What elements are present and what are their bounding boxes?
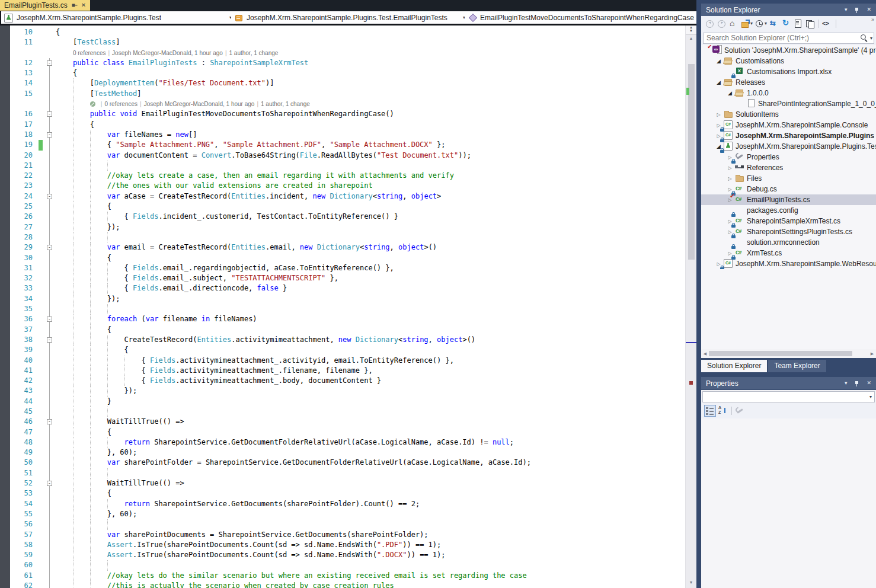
expand-icon[interactable]: ▷ [726,176,734,181]
window-menu-icon[interactable]: ▾ [845,377,848,389]
code-text[interactable]: { [56,27,685,37]
collapse-region-icon[interactable]: - [47,317,52,322]
switch-views-button[interactable]: ▾ [740,18,753,29]
tree-item-xrmtest-cs[interactable]: ▷XrmTest.cs [701,248,876,258]
properties-pages-button[interactable] [792,18,803,29]
collapse-region-icon[interactable]: - [47,60,52,66]
code-text[interactable]: Assert.IsTrue(sharePointDocuments.Count(… [56,550,685,560]
code-text[interactable]: { [56,202,685,212]
collapse-icon[interactable]: ◢ [715,79,722,85]
code-text[interactable]: CreateTestRecord(Entities.activitymimeat… [56,335,685,345]
scroll-down-icon[interactable]: ▼ [686,580,696,584]
code-text[interactable]: //this is actually the scenario when cre… [56,581,685,588]
code-text[interactable] [56,161,685,171]
code-text[interactable]: { Fields.incident_.customerid, TestConta… [56,212,685,222]
collapse-region-icon[interactable]: - [47,419,52,424]
scroll-right-icon[interactable]: ▶ [868,349,876,358]
property-pages-button[interactable] [734,405,745,416]
back-button[interactable] [705,18,715,29]
code-text[interactable] [56,232,685,242]
close-icon[interactable]: ✕ [867,4,871,16]
code-text[interactable]: //the ones with our valid extensions are… [56,181,685,191]
codelens-text[interactable]: 0 references|Joseph McGregor-MacDonald, … [56,48,685,58]
editor-vertical-scrollbar[interactable]: ▲▼ ▲ ▼ [685,25,696,588]
codelens-references-link[interactable]: 0 references [104,101,138,107]
categorized-button[interactable] [704,405,716,417]
code-text[interactable]: var aCase = CreateTestRecord(Entities.in… [56,191,685,202]
window-menu-icon[interactable]: ▾ [845,4,848,16]
tree-item-1-0-0-0[interactable]: ◢1.0.0.0 [701,88,876,98]
expand-icon[interactable]: ▷ [715,112,722,117]
tree-item-solution-xrmconnection[interactable]: solution.xrmconnection [701,237,876,248]
tree-item-customisations[interactable]: ◢Customisations [701,56,876,66]
view-code-button[interactable] [821,18,832,29]
scroll-left-icon[interactable]: ◀ [701,349,709,358]
tree-item-sharepointsettingsplugintests-cs[interactable]: ▷SharepointSettingsPluginTests.cs [701,226,876,237]
collapse-region-icon[interactable]: - [47,481,52,486]
code-text[interactable]: [TestMethod] [56,89,685,99]
toolbar-overflow-icon[interactable]: » [871,17,874,23]
test-status-icon[interactable] [90,101,95,107]
code-text[interactable]: { Fields.activitymimeattachment_.activit… [56,356,685,366]
code-text[interactable]: return SharepointService.GetDocuments(sh… [56,499,685,509]
tree-item-references[interactable]: ▷References [701,162,876,173]
forward-button[interactable] [717,18,727,29]
tree-item-sharepointintegrationsample-1-0-0-0-z[interactable]: SharePointIntegrationSample_1_0_0_0.z [701,98,876,109]
code-text[interactable]: var documentContent = Convert.ToBase64St… [56,151,685,161]
code-text[interactable] [56,519,685,529]
collapse-icon[interactable]: ◢ [715,58,722,64]
collapse-region-icon[interactable]: - [47,132,52,138]
scrollbar-thumb[interactable] [709,351,852,356]
code-text[interactable] [56,407,685,417]
code-text[interactable]: return SharepointService.GetDocumentFold… [56,437,685,448]
tree-item-josephm-xrm-sharepointsample-plugins-test[interactable]: ◢JosephM.Xrm.SharepointSample.Plugins.Te… [701,141,876,152]
code-text[interactable]: { Fields.activitymimeattachment_.filenam… [56,366,685,376]
code-text[interactable]: { "Sample Attachment.PNG", "Sample Attac… [56,140,685,150]
code-text[interactable]: [DeploymentItem("Files/Test Document.txt… [56,78,685,88]
code-text[interactable]: //okay lets create a case, then an email… [56,171,685,181]
tab-solution-explorer[interactable]: Solution Explorer [701,360,767,372]
codelens-references-link[interactable]: 0 references [73,50,106,56]
tree-item-properties[interactable]: ▷Properties [701,152,876,162]
scroll-up-icon[interactable]: ▲ [686,36,696,40]
code-text[interactable]: public class EmailPluginTests : Sharepoi… [56,58,685,68]
panel-splitter[interactable] [696,0,701,588]
code-text[interactable]: { [56,253,685,263]
pending-changes-filter-button[interactable]: ▾ [754,18,768,29]
collapse-icon[interactable]: ◢ [726,90,734,96]
code-text[interactable]: WaitTillTrue(() => [56,478,685,488]
collapse-region-icon[interactable]: - [47,337,52,343]
tree-item-solutionitems[interactable]: ▷SolutionItems [701,109,876,120]
close-icon[interactable]: ✕ [867,377,871,389]
collapse-region-icon[interactable]: - [47,111,52,117]
collapse-region-icon[interactable]: - [47,245,52,250]
code-text[interactable]: var fileNames = new[] [56,130,685,140]
tree-item-files[interactable]: ▷Files [701,173,876,184]
code-text[interactable]: { Fields.email_.regardingobjectid, aCase… [56,263,685,273]
tree-item-josephm-xrm-sharepointsample-webresource[interactable]: ▷JosephM.Xrm.SharepointSample.WebResourc… [701,258,876,269]
pin-icon[interactable] [854,380,859,387]
preview-selected-items-button[interactable] [804,18,815,29]
code-text[interactable]: { [56,120,685,130]
close-icon[interactable]: ✕ [81,0,86,11]
code-text[interactable]: var sharePointFolder = SharepointService… [56,458,685,468]
code-text[interactable]: { Fields.email_.directioncode, false } [56,283,685,293]
refresh-button[interactable] [781,18,791,29]
code-text[interactable]: }, 60); [56,509,685,519]
search-icon[interactable] [859,33,869,43]
codelens-text[interactable]: |0 references|Joseph McGregor-MacDonald,… [56,99,685,109]
splitter-handle-icon[interactable]: ▲▼ [686,25,696,35]
code-text[interactable]: { [56,488,685,498]
pin-icon[interactable] [854,7,859,14]
collapse-region-icon[interactable]: - [47,194,52,199]
tree-item-packages-config[interactable]: packages.config [701,205,876,216]
code-text[interactable]: }); [56,222,685,232]
tree-item-sharepointsamplexrmtest-cs[interactable]: ▷SharepointSampleXrmTest.cs [701,216,876,226]
search-input[interactable] [703,33,874,44]
code-text[interactable]: { [56,325,685,335]
code-text[interactable]: { Fields.email_.subject, "TESTATTACHMENT… [56,273,685,283]
properties-object-selector[interactable]: ▾ [702,391,875,402]
tree-item-josephm-xrm-sharepointsample-plugins[interactable]: ▷JosephM.Xrm.SharepointSample.Plugins [701,130,876,141]
home-button[interactable] [728,18,739,29]
member-dropdown[interactable]: EmailPluginTestMoveDocumentsToSharepoint… [465,11,703,24]
